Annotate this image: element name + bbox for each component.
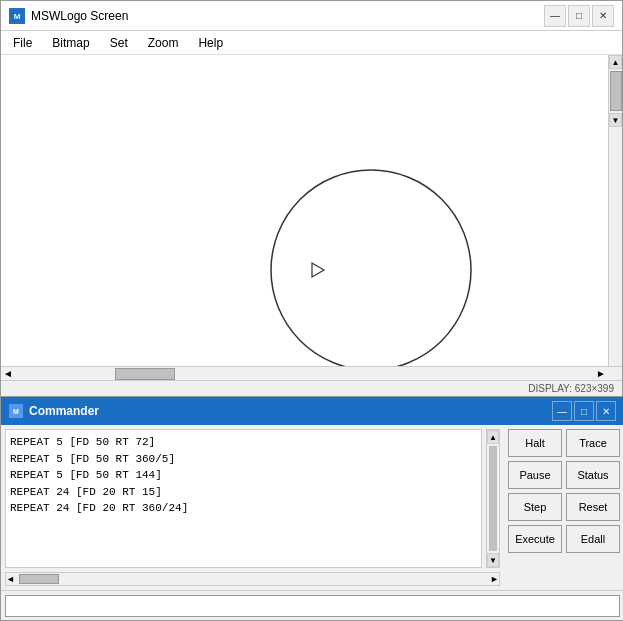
h-scrollbar-container[interactable]: ◄ ► [1,366,622,380]
maximize-button[interactable]: □ [568,5,590,27]
h-scroll-thumb[interactable] [115,368,175,380]
output-h-right[interactable]: ► [490,574,499,584]
drawing-canvas [1,55,608,366]
output-area[interactable]: REPEAT 5 [FD 50 RT 72] REPEAT 5 [FD 50 R… [5,429,482,568]
output-text: REPEAT 5 [FD 50 RT 72] REPEAT 5 [FD 50 R… [10,434,477,517]
menu-help[interactable]: Help [194,34,227,52]
menu-bar: File Bitmap Set Zoom Help [1,31,622,55]
scroll-down-btn[interactable]: ▼ [609,113,622,127]
app-icon: M [9,8,25,24]
commander-window: M Commander — □ ✕ REPEAT 5 [FD 50 RT 72]… [1,396,623,620]
output-v-scrollbar[interactable]: ▲ ▼ [486,429,500,568]
title-bar-controls: — □ ✕ [544,5,614,27]
v-scroll-thumb[interactable] [610,71,622,111]
command-input[interactable] [5,595,620,617]
vertical-scrollbar[interactable]: ▲ ▼ [608,55,622,366]
main-window: M MSWLogo Screen — □ ✕ File Bitmap Set Z… [0,0,623,621]
title-bar-left: M MSWLogo Screen [9,8,128,24]
title-bar: M MSWLogo Screen — □ ✕ [1,1,622,31]
status-bar: DISPLAY: 623×399 [1,380,622,396]
commander-body: REPEAT 5 [FD 50 RT 72] REPEAT 5 [FD 50 R… [1,425,623,590]
output-with-scroll: REPEAT 5 [FD 50 RT 72] REPEAT 5 [FD 50 R… [1,425,504,572]
btn-row-2: Pause Status [508,461,620,489]
output-scroll-down[interactable]: ▼ [487,553,499,567]
trace-button[interactable]: Trace [566,429,620,457]
input-area [1,590,623,620]
output-scroll-up[interactable]: ▲ [487,430,499,444]
output-h-scrollbar[interactable]: ◄ ► [5,572,500,586]
h-scroll-left-btn[interactable]: ◄ [1,368,15,379]
h-scroll-right-btn[interactable]: ► [594,368,608,379]
menu-set[interactable]: Set [106,34,132,52]
output-scroll-thumb[interactable] [489,446,497,551]
btn-row-1: Halt Trace [508,429,620,457]
output-section: REPEAT 5 [FD 50 RT 72] REPEAT 5 [FD 50 R… [1,425,504,590]
scroll-up-btn[interactable]: ▲ [609,55,622,69]
menu-bitmap[interactable]: Bitmap [48,34,93,52]
status-button[interactable]: Status [566,461,620,489]
main-window-title: MSWLogo Screen [31,9,128,23]
commander-close-btn[interactable]: ✕ [596,401,616,421]
commander-title-bar: M Commander — □ ✕ [1,397,623,425]
execute-button[interactable]: Execute [508,525,562,553]
btn-row-4: Execute Edall [508,525,620,553]
close-button[interactable]: ✕ [592,5,614,27]
output-h-thumb[interactable] [19,574,59,584]
button-panel: Halt Trace Pause Status Step Reset Execu… [504,425,623,590]
commander-icon: M [9,404,23,418]
edall-button[interactable]: Edall [566,525,620,553]
commander-title-left: M Commander [9,404,99,418]
commander-title-controls: — □ ✕ [552,401,616,421]
menu-file[interactable]: File [9,34,36,52]
step-button[interactable]: Step [508,493,562,521]
minimize-button[interactable]: — [544,5,566,27]
reset-button[interactable]: Reset [566,493,620,521]
menu-zoom[interactable]: Zoom [144,34,183,52]
halt-button[interactable]: Halt [508,429,562,457]
btn-row-3: Step Reset [508,493,620,521]
commander-maximize-btn[interactable]: □ [574,401,594,421]
output-h-left[interactable]: ◄ [6,574,15,584]
commander-title: Commander [29,404,99,418]
status-text: DISPLAY: 623×399 [528,383,614,394]
svg-text:M: M [13,408,19,415]
commander-minimize-btn[interactable]: — [552,401,572,421]
canvas-area: ▲ ▼ [1,55,622,366]
pause-button[interactable]: Pause [508,461,562,489]
svg-text:M: M [14,12,21,21]
